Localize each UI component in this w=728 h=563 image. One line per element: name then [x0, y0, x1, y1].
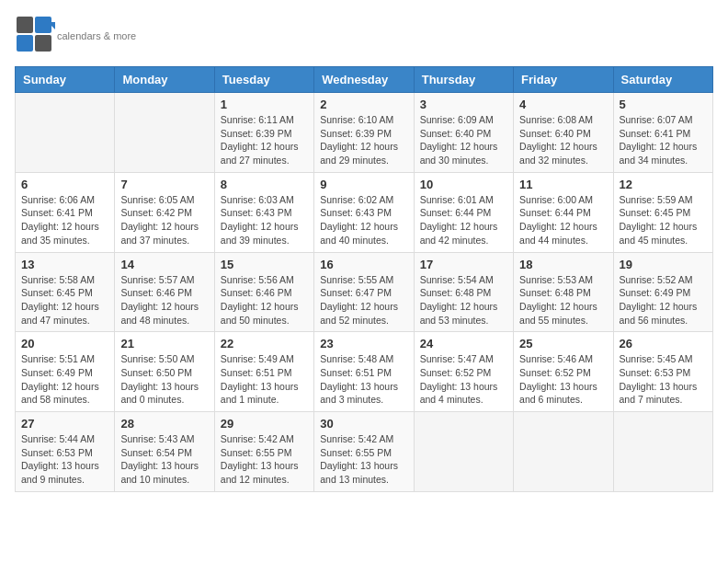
day-info: Sunrise: 5:58 AM Sunset: 6:45 PM Dayligh…: [21, 273, 108, 327]
day-info: Sunrise: 6:07 AM Sunset: 6:41 PM Dayligh…: [620, 113, 707, 167]
calendar-cell: 9Sunrise: 6:02 AM Sunset: 6:43 PM Daylig…: [314, 172, 414, 252]
day-header-saturday: Saturday: [613, 67, 712, 93]
day-info: Sunrise: 5:56 AM Sunset: 6:46 PM Dayligh…: [221, 273, 308, 327]
day-info: Sunrise: 6:03 AM Sunset: 6:43 PM Dayligh…: [221, 193, 308, 247]
day-number: 12: [620, 178, 707, 191]
day-header-monday: Monday: [115, 67, 214, 93]
day-number: 3: [420, 98, 507, 111]
calendar-cell: 19Sunrise: 5:52 AM Sunset: 6:49 PM Dayli…: [613, 252, 712, 332]
day-number: 25: [519, 337, 607, 350]
day-number: 18: [519, 258, 607, 271]
day-number: 20: [21, 337, 108, 350]
day-number: 10: [420, 178, 507, 191]
day-info: Sunrise: 5:46 AM Sunset: 6:52 PM Dayligh…: [519, 352, 607, 407]
calendar-cell: 2Sunrise: 6:10 AM Sunset: 6:39 PM Daylig…: [314, 93, 414, 173]
calendar-body: 1Sunrise: 6:11 AM Sunset: 6:39 PM Daylig…: [16, 93, 713, 492]
day-info: Sunrise: 5:44 AM Sunset: 6:53 PM Dayligh…: [21, 432, 108, 487]
calendar-cell: 22Sunrise: 5:49 AM Sunset: 6:51 PM Dayli…: [214, 332, 313, 412]
logo: calendars & more: [15, 15, 136, 55]
day-header-friday: Friday: [514, 67, 613, 93]
calendar-cell: 10Sunrise: 6:01 AM Sunset: 6:44 PM Dayli…: [414, 172, 513, 252]
day-info: Sunrise: 5:42 AM Sunset: 6:55 PM Dayligh…: [221, 432, 308, 487]
day-info: Sunrise: 6:02 AM Sunset: 6:43 PM Dayligh…: [320, 193, 407, 247]
day-number: 11: [519, 178, 607, 191]
day-info: Sunrise: 5:51 AM Sunset: 6:49 PM Dayligh…: [21, 352, 108, 407]
calendar-cell: 11Sunrise: 6:00 AM Sunset: 6:44 PM Dayli…: [514, 172, 613, 252]
day-info: Sunrise: 5:49 AM Sunset: 6:51 PM Dayligh…: [221, 352, 308, 407]
day-info: Sunrise: 5:55 AM Sunset: 6:47 PM Dayligh…: [320, 273, 407, 327]
calendar-cell: 28Sunrise: 5:43 AM Sunset: 6:54 PM Dayli…: [115, 412, 214, 492]
day-info: Sunrise: 6:00 AM Sunset: 6:44 PM Dayligh…: [519, 193, 607, 247]
svg-rect-0: [17, 17, 33, 33]
day-number: 29: [221, 417, 308, 431]
calendar-cell: 18Sunrise: 5:53 AM Sunset: 6:48 PM Dayli…: [514, 252, 613, 332]
day-number: 1: [221, 98, 308, 111]
day-header-tuesday: Tuesday: [214, 67, 313, 93]
svg-rect-2: [17, 35, 33, 52]
calendar-cell: 4Sunrise: 6:08 AM Sunset: 6:40 PM Daylig…: [514, 93, 613, 173]
calendar-cell: [514, 412, 613, 492]
day-number: 30: [320, 417, 407, 431]
calendar: SundayMondayTuesdayWednesdayThursdayFrid…: [15, 66, 713, 492]
day-info: Sunrise: 5:45 AM Sunset: 6:53 PM Dayligh…: [620, 352, 707, 407]
day-info: Sunrise: 5:57 AM Sunset: 6:46 PM Dayligh…: [120, 273, 208, 327]
calendar-cell: 23Sunrise: 5:48 AM Sunset: 6:51 PM Dayli…: [314, 332, 414, 412]
calendar-cell: 24Sunrise: 5:47 AM Sunset: 6:52 PM Dayli…: [414, 332, 513, 412]
week-row-3: 13Sunrise: 5:58 AM Sunset: 6:45 PM Dayli…: [16, 252, 713, 332]
day-info: Sunrise: 5:48 AM Sunset: 6:51 PM Dayligh…: [320, 352, 407, 407]
week-row-2: 6Sunrise: 6:06 AM Sunset: 6:41 PM Daylig…: [16, 172, 713, 252]
day-number: 17: [420, 258, 507, 271]
week-row-1: 1Sunrise: 6:11 AM Sunset: 6:39 PM Daylig…: [16, 93, 713, 173]
calendar-cell: 6Sunrise: 6:06 AM Sunset: 6:41 PM Daylig…: [16, 172, 115, 252]
day-header-thursday: Thursday: [414, 67, 513, 93]
calendar-cell: 7Sunrise: 6:05 AM Sunset: 6:42 PM Daylig…: [115, 172, 214, 252]
calendar-cell: [16, 93, 115, 173]
day-number: 28: [120, 417, 208, 431]
calendar-cell: 20Sunrise: 5:51 AM Sunset: 6:49 PM Dayli…: [16, 332, 115, 412]
day-info: Sunrise: 5:43 AM Sunset: 6:54 PM Dayligh…: [120, 432, 208, 487]
day-number: 23: [320, 337, 407, 350]
day-number: 24: [420, 337, 507, 350]
header: calendars & more: [15, 15, 713, 55]
day-number: 27: [21, 417, 108, 431]
day-number: 15: [221, 258, 308, 271]
day-info: Sunrise: 5:53 AM Sunset: 6:48 PM Dayligh…: [519, 273, 607, 327]
day-header-wednesday: Wednesday: [314, 67, 414, 93]
calendar-cell: 16Sunrise: 5:55 AM Sunset: 6:47 PM Dayli…: [314, 252, 414, 332]
day-number: 8: [221, 178, 308, 191]
day-number: 6: [21, 178, 108, 191]
day-header-sunday: Sunday: [16, 67, 115, 93]
day-number: 22: [221, 337, 308, 350]
day-number: 26: [620, 337, 707, 350]
calendar-cell: 29Sunrise: 5:42 AM Sunset: 6:55 PM Dayli…: [214, 412, 313, 492]
day-number: 2: [320, 98, 407, 111]
day-info: Sunrise: 5:52 AM Sunset: 6:49 PM Dayligh…: [620, 273, 707, 327]
day-info: Sunrise: 6:08 AM Sunset: 6:40 PM Dayligh…: [519, 113, 607, 167]
day-number: 5: [620, 98, 707, 111]
day-info: Sunrise: 5:42 AM Sunset: 6:55 PM Dayligh…: [320, 432, 407, 487]
day-info: Sunrise: 5:59 AM Sunset: 6:45 PM Dayligh…: [620, 193, 707, 247]
day-info: Sunrise: 6:06 AM Sunset: 6:41 PM Dayligh…: [21, 193, 108, 247]
day-number: 21: [120, 337, 208, 350]
day-info: Sunrise: 6:01 AM Sunset: 6:44 PM Dayligh…: [420, 193, 507, 247]
day-info: Sunrise: 6:05 AM Sunset: 6:42 PM Dayligh…: [120, 193, 208, 247]
calendar-cell: 14Sunrise: 5:57 AM Sunset: 6:46 PM Dayli…: [115, 252, 214, 332]
week-row-4: 20Sunrise: 5:51 AM Sunset: 6:49 PM Dayli…: [16, 332, 713, 412]
calendar-cell: 3Sunrise: 6:09 AM Sunset: 6:40 PM Daylig…: [414, 93, 513, 173]
day-info: Sunrise: 5:47 AM Sunset: 6:52 PM Dayligh…: [420, 352, 507, 407]
day-info: Sunrise: 6:10 AM Sunset: 6:39 PM Dayligh…: [320, 113, 407, 167]
svg-rect-3: [35, 35, 51, 52]
day-number: 19: [620, 258, 707, 271]
day-info: Sunrise: 5:54 AM Sunset: 6:48 PM Dayligh…: [420, 273, 507, 327]
day-info: Sunrise: 5:50 AM Sunset: 6:50 PM Dayligh…: [120, 352, 208, 407]
svg-rect-1: [35, 17, 51, 33]
calendar-cell: [613, 412, 712, 492]
day-number: 9: [320, 178, 407, 191]
calendar-cell: 13Sunrise: 5:58 AM Sunset: 6:45 PM Dayli…: [16, 252, 115, 332]
day-info: Sunrise: 6:11 AM Sunset: 6:39 PM Dayligh…: [221, 113, 308, 167]
calendar-cell: [414, 412, 513, 492]
calendar-cell: 30Sunrise: 5:42 AM Sunset: 6:55 PM Dayli…: [314, 412, 414, 492]
calendar-header-row: SundayMondayTuesdayWednesdayThursdayFrid…: [16, 67, 713, 93]
calendar-cell: 12Sunrise: 5:59 AM Sunset: 6:45 PM Dayli…: [613, 172, 712, 252]
day-number: 4: [519, 98, 607, 111]
